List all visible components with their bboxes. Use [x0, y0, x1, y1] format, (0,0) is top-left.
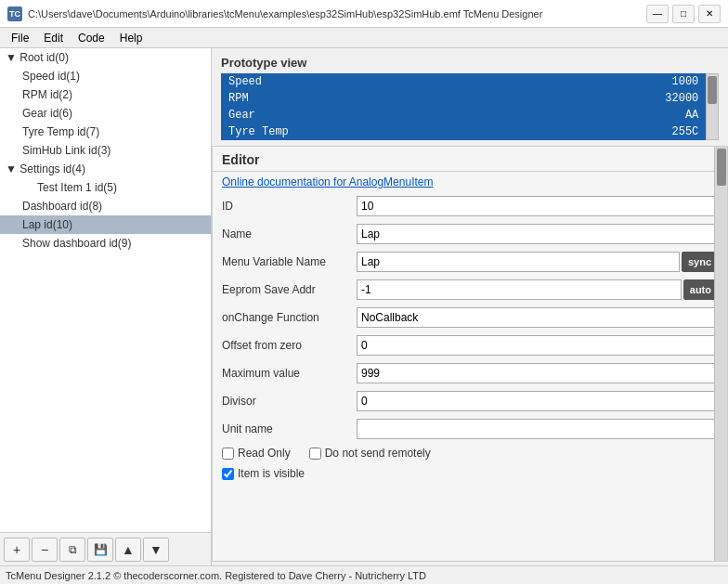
menu-file[interactable]: File	[4, 30, 36, 46]
close-button[interactable]: ✕	[698, 5, 721, 23]
doc-link[interactable]: Online documentation for AnalogMenuItem	[213, 172, 727, 192]
field-unit-name-input[interactable]	[357, 419, 718, 439]
menu-bar: File Edit Code Help	[0, 28, 728, 48]
field-eeprom-group: auto	[357, 279, 718, 300]
field-offset-row: Offset from zero	[213, 331, 727, 359]
editor-title: Editor	[213, 147, 727, 172]
field-unit-name-row: Unit name	[213, 415, 727, 443]
prototype-scrollbar[interactable]	[706, 73, 719, 140]
field-divisor-input[interactable]	[357, 391, 718, 411]
auto-button[interactable]: auto	[683, 279, 718, 300]
tree-item-speed[interactable]: Speed id(1)	[0, 67, 211, 85]
app-icon: TC	[7, 6, 22, 21]
tree-item-root[interactable]: ▼ Root id(0)	[0, 48, 211, 67]
field-offset-label: Offset from zero	[222, 339, 357, 352]
editor-scrollbar-thumb	[717, 149, 726, 186]
tree-item-settings[interactable]: ▼ Settings id(4)	[0, 160, 211, 178]
menu-help[interactable]: Help	[112, 30, 150, 46]
field-eeprom-row: Eeprom Save Addr auto	[213, 276, 727, 304]
field-eeprom-input[interactable]	[357, 279, 682, 300]
checkbox-do-not-send-group: Do not send remotely	[309, 447, 431, 460]
proto-name-gear: Gear	[221, 107, 516, 123]
tree-item-gear[interactable]: Gear id(6)	[0, 104, 211, 123]
remove-button[interactable]: −	[32, 538, 58, 562]
prototype-scrollbar-thumb	[708, 76, 717, 104]
editor-scrollbar[interactable]	[714, 147, 727, 561]
maximize-button[interactable]: □	[672, 5, 695, 23]
prototype-view: Prototype view Speed 1000 RPM 32000 Gear…	[212, 48, 728, 146]
proto-value-speed: 1000	[516, 73, 707, 90]
move-up-button[interactable]: ▲	[115, 538, 141, 562]
prototype-table: Speed 1000 RPM 32000 Gear AA Tyre Temp 2…	[221, 73, 706, 140]
proto-name-tyre-temp: Tyre Temp	[221, 123, 516, 140]
menu-edit[interactable]: Edit	[36, 30, 71, 46]
status-bar: TcMenu Designer 2.1.2 © thecoderscorner.…	[0, 565, 728, 584]
copy-button[interactable]: ⧉	[59, 538, 85, 562]
field-onchange-row: onChange Function	[213, 304, 727, 331]
proto-row-speed: Speed 1000	[221, 73, 706, 90]
minimize-button[interactable]: —	[646, 5, 669, 23]
checkbox-row-2: Item is visible	[213, 463, 727, 484]
checkbox-item-visible[interactable]	[222, 468, 234, 480]
field-id-row: ID	[213, 192, 727, 220]
tree-item-lap[interactable]: Lap id(10)	[0, 215, 211, 234]
field-max-value-input[interactable]	[357, 363, 718, 383]
field-eeprom-label: Eeprom Save Addr	[222, 283, 357, 296]
checkbox-row-1: Read Only Do not send remotely	[213, 443, 727, 463]
proto-row-gear: Gear AA	[221, 107, 706, 123]
menu-code[interactable]: Code	[71, 30, 112, 46]
field-onchange-input[interactable]	[357, 307, 718, 328]
field-id-label: ID	[222, 200, 357, 213]
checkbox-visible-label: Item is visible	[238, 467, 305, 480]
tree-item-rpm[interactable]: RPM id(2)	[0, 85, 211, 104]
sync-button[interactable]: sync	[682, 252, 718, 272]
sidebar-toolbar: + − ⧉ 💾 ▲ ▼	[0, 532, 211, 565]
main-content: ▼ Root id(0) Speed id(1) RPM id(2) Gear …	[0, 48, 728, 565]
field-max-value-row: Maximum value	[213, 359, 727, 387]
title-bar-text: C:\Users\dave\Documents\Arduino\librarie…	[28, 8, 646, 19]
sidebar: ▼ Root id(0) Speed id(1) RPM id(2) Gear …	[0, 48, 212, 565]
checkbox-read-only-group: Read Only	[222, 447, 291, 460]
checkbox-visible-group: Item is visible	[222, 467, 305, 480]
field-name-row: Name	[213, 220, 727, 248]
proto-value-rpm: 32000	[516, 90, 707, 107]
prototype-wrapper: Speed 1000 RPM 32000 Gear AA Tyre Temp 2…	[221, 73, 719, 140]
proto-value-gear: AA	[516, 107, 707, 123]
proto-name-rpm: RPM	[221, 90, 516, 107]
checkbox-do-not-send[interactable]	[309, 448, 321, 460]
proto-row-tyre-temp: Tyre Temp 255C	[221, 123, 706, 140]
window-controls: — □ ✕	[646, 5, 721, 23]
add-button[interactable]: +	[4, 538, 30, 562]
proto-row-rpm: RPM 32000	[221, 90, 706, 107]
field-name-input[interactable]	[357, 224, 718, 244]
prototype-title: Prototype view	[221, 56, 719, 70]
field-menu-var-group: sync	[357, 252, 718, 272]
field-unit-name-label: Unit name	[222, 422, 357, 435]
field-onchange-label: onChange Function	[222, 311, 357, 324]
title-bar: TC C:\Users\dave\Documents\Arduino\libra…	[0, 0, 728, 28]
field-menu-var-label: Menu Variable Name	[222, 255, 357, 268]
editor-section: Editor Online documentation for AnalogMe…	[212, 146, 728, 562]
field-divisor-label: Divisor	[222, 395, 357, 408]
save-button[interactable]: 💾	[87, 538, 113, 562]
field-menu-var-row: Menu Variable Name sync	[213, 248, 727, 276]
move-down-button[interactable]: ▼	[143, 538, 169, 562]
tree-item-dashboard[interactable]: Dashboard id(8)	[0, 197, 211, 215]
field-divisor-row: Divisor	[213, 387, 727, 415]
proto-name-speed: Speed	[221, 73, 516, 90]
field-max-value-label: Maximum value	[222, 367, 357, 380]
proto-value-tyre-temp: 255C	[516, 123, 707, 140]
checkbox-do-not-send-label: Do not send remotely	[325, 447, 431, 460]
field-id-input[interactable]	[357, 196, 718, 216]
tree-item-show-dashboard[interactable]: Show dashboard id(9)	[0, 234, 211, 253]
field-offset-input[interactable]	[357, 335, 718, 356]
field-menu-var-input[interactable]	[357, 252, 680, 272]
status-text: TcMenu Designer 2.1.2 © thecoderscorner.…	[6, 570, 426, 581]
tree-item-tyre-temp[interactable]: Tyre Temp id(7)	[0, 123, 211, 141]
right-panel: Prototype view Speed 1000 RPM 32000 Gear…	[212, 48, 728, 565]
tree-item-simhub-link[interactable]: SimHub Link id(3)	[0, 141, 211, 160]
tree-item-test-item1[interactable]: Test Item 1 id(5)	[0, 178, 211, 197]
checkbox-read-only-label: Read Only	[238, 447, 291, 460]
tree-area: ▼ Root id(0) Speed id(1) RPM id(2) Gear …	[0, 48, 211, 532]
checkbox-read-only[interactable]	[222, 448, 234, 460]
